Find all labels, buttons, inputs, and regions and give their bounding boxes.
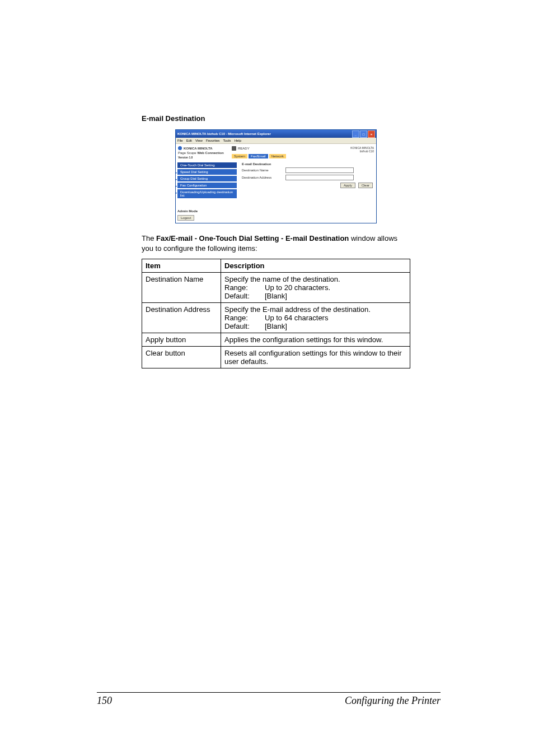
- subbrand-prefix: Page Scope: [178, 151, 196, 155]
- destination-name-input[interactable]: [285, 167, 354, 173]
- window-title: KONICA MINOLTA bizhub C10 - Microsoft In…: [177, 132, 271, 136]
- destination-address-label: Destination Address: [242, 176, 283, 179]
- row-desc: Resets all configuration settings for th…: [221, 347, 410, 368]
- brand-logo-icon: [178, 146, 182, 150]
- para-bold: Fax/E-mail - One-Touch Dial Setting - E-…: [156, 234, 349, 242]
- logout-button[interactable]: Logout: [177, 215, 194, 221]
- sidebar-item-fax-config[interactable]: ▸Fax Configuration: [177, 183, 237, 188]
- subbrand-label: Web Connection: [197, 151, 223, 155]
- version-label: Version 1.0: [178, 156, 232, 159]
- row-item: Destination Name: [142, 273, 221, 303]
- destination-name-label: Destination Name: [242, 169, 283, 172]
- page-number: 150: [97, 695, 112, 707]
- section-heading: E-mail Destination: [142, 114, 410, 123]
- row-desc: Specify the name of the destination. Ran…: [221, 273, 410, 303]
- col-item-header: Item: [142, 259, 221, 273]
- menu-edit[interactable]: Edit: [186, 139, 192, 142]
- table-row: Destination Address Specify the E-mail a…: [142, 303, 410, 333]
- tab-network[interactable]: Network: [269, 154, 286, 158]
- menubar: File Edit View Favorites Tools Help: [176, 138, 376, 144]
- tab-faxemail[interactable]: Fax/Email: [249, 154, 268, 158]
- section-title: Configuring the Printer: [345, 695, 441, 707]
- table-row: Destination Name Specify the name of the…: [142, 273, 410, 303]
- intro-paragraph: The Fax/E-mail - One-Touch Dial Setting …: [142, 234, 410, 253]
- minimize-button[interactable]: _: [352, 130, 359, 138]
- description-table: Item Description Destination Name Specif…: [142, 259, 410, 368]
- destination-address-input[interactable]: [285, 175, 354, 180]
- form-title: E-mail Destination: [242, 162, 373, 166]
- maximize-button[interactable]: □: [360, 130, 367, 138]
- sidebar-item-download-upload[interactable]: ▸Downloading/Uploading destination list: [177, 189, 237, 198]
- printer-icon: [232, 146, 236, 151]
- row-item: Destination Address: [142, 303, 221, 333]
- menu-view[interactable]: View: [195, 139, 203, 142]
- menu-help[interactable]: Help: [235, 139, 241, 142]
- menu-file[interactable]: File: [177, 139, 183, 142]
- sidebar-item-one-touch[interactable]: One-Touch Dial Setting: [177, 162, 237, 168]
- row-item: Clear button: [142, 347, 221, 368]
- table-row: Clear button Resets all configuration se…: [142, 347, 410, 368]
- page-footer: 150 Configuring the Printer: [97, 692, 441, 707]
- menu-tools[interactable]: Tools: [223, 139, 231, 142]
- col-desc-header: Description: [221, 259, 410, 273]
- brand-logo-text: KONICA MINOLTA: [184, 147, 213, 150]
- row-desc: Applies the configuration settings for t…: [221, 333, 410, 347]
- model-line2: bizhub C10: [350, 150, 374, 153]
- para-prefix: The: [142, 234, 156, 242]
- sidebar-item-group-dial[interactable]: ▸Group Dial Setting: [177, 176, 237, 181]
- row-item: Apply button: [142, 333, 221, 347]
- row-desc: Specify the E-mail address of the destin…: [221, 303, 410, 333]
- status-text: READY: [238, 147, 250, 150]
- tab-system[interactable]: System: [232, 154, 247, 158]
- clear-button[interactable]: Clear: [358, 183, 373, 188]
- window-titlebar: KONICA MINOLTA bizhub C10 - Microsoft In…: [176, 130, 376, 138]
- apply-button[interactable]: Apply: [340, 183, 355, 188]
- sidebar-item-speed-dial[interactable]: ▸Speed Dial Setting: [177, 169, 237, 175]
- admin-mode-label: Admin Mode: [177, 209, 237, 213]
- ie-window: KONICA MINOLTA bizhub C10 - Microsoft In…: [175, 129, 377, 223]
- close-button[interactable]: ×: [368, 130, 375, 138]
- table-row: Apply button Applies the configuration s…: [142, 333, 410, 347]
- menu-favorites[interactable]: Favorites: [206, 139, 220, 142]
